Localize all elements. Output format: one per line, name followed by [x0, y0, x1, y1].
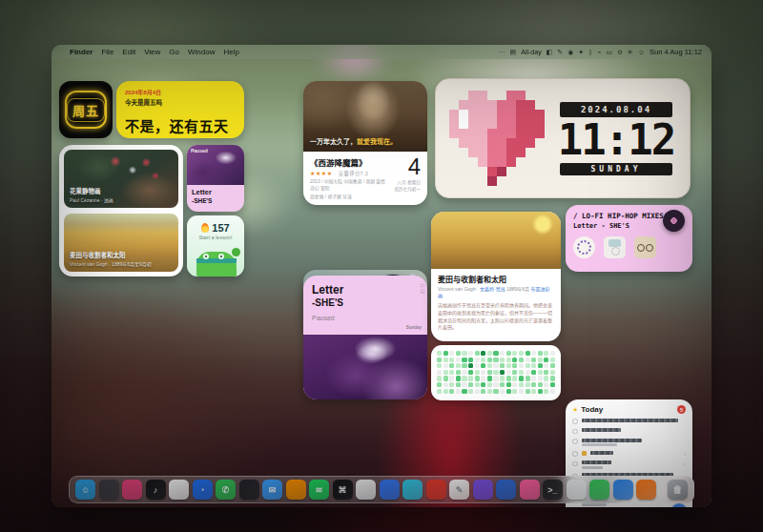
- grid-cell: [500, 382, 505, 387]
- menu-item-window[interactable]: Window: [188, 48, 215, 56]
- todo-checkbox[interactable]: [572, 461, 578, 467]
- menu-extra-more-icon[interactable]: ⋯: [499, 49, 505, 56]
- grid-cell: [506, 382, 511, 387]
- dock-app-icon-15[interactable]: [402, 480, 423, 500]
- movie-meta-2: 周星驰 / 郭子健 导演: [310, 194, 390, 200]
- status-icon-3[interactable]: ✦: [578, 49, 584, 56]
- dock-app-icon-20[interactable]: [520, 480, 540, 500]
- grid-cell: [519, 382, 524, 387]
- status-icon-1[interactable]: ✎: [557, 49, 563, 56]
- trash-icon[interactable]: 🗑: [668, 480, 688, 500]
- widget-friday-question[interactable]: 2024年8月4日 今天是周五吗 不是，还有五天: [116, 81, 244, 138]
- dock-app-icon-23[interactable]: [589, 480, 609, 500]
- status-icon-2[interactable]: ◉: [567, 49, 573, 56]
- dock-app-icon-18[interactable]: [473, 480, 493, 500]
- widget-friday-neon-sign[interactable]: 周五: [59, 81, 113, 138]
- status-icon-0[interactable]: ◧: [546, 49, 553, 56]
- grid-cell: [487, 370, 492, 375]
- artwork-subtitle-text: 1889年6月: [505, 286, 531, 292]
- status-icon-6[interactable]: ▭: [607, 49, 613, 56]
- widget-habit-grid[interactable]: [431, 345, 561, 400]
- dock-app-icon-6[interactable]: ◔: [193, 480, 213, 500]
- dock-app-icon-22[interactable]: [567, 480, 587, 500]
- frog-mascot: [196, 252, 237, 276]
- dock-app-icon-25[interactable]: [636, 480, 656, 500]
- todo-item[interactable]: ›: [572, 451, 686, 457]
- dock-app-icon-3[interactable]: [122, 480, 142, 500]
- widget-lofi-mixes[interactable]: / LO-FI HIP-HOP MIXES Letter - SHE'S: [566, 205, 692, 272]
- status-icon-4[interactable]: ᛒ: [588, 49, 592, 56]
- dock-app-icon-5[interactable]: [169, 480, 189, 500]
- todo-checkbox[interactable]: [572, 439, 578, 444]
- grid-cell: [475, 370, 480, 375]
- dock-app-icon-9[interactable]: ✉: [262, 480, 282, 500]
- status-icon-8[interactable]: ✳: [628, 49, 633, 56]
- dock-app-icon-19[interactable]: [496, 480, 516, 500]
- widget-streak[interactable]: 157 Start a lesson!: [187, 215, 244, 276]
- dock-app-icon-11[interactable]: ≋: [309, 480, 329, 500]
- dock-app-icon-10[interactable]: [286, 480, 306, 500]
- todo-checkbox[interactable]: [572, 451, 578, 457]
- grid-cell: [512, 376, 517, 380]
- menu-clock[interactable]: Sun 4 Aug 11:12: [650, 48, 702, 56]
- grid-cell: [449, 389, 454, 394]
- grid-cell: [531, 382, 536, 387]
- status-icon-5[interactable]: ⌁: [597, 49, 601, 56]
- dock-app-icon-14[interactable]: [380, 480, 400, 500]
- dock-app-icon-7[interactable]: ✆: [216, 480, 236, 500]
- menu-app-name[interactable]: Finder: [70, 48, 93, 56]
- artwork-link[interactable]: 文森特·梵高: [480, 286, 505, 292]
- todo-checkbox[interactable]: [572, 419, 578, 424]
- dock-app-icon-12[interactable]: ⌘: [333, 480, 353, 500]
- music-player-icon[interactable]: [604, 236, 626, 258]
- menu-allday-label[interactable]: All-day: [521, 49, 541, 55]
- dock-app-icon-4[interactable]: ♪: [146, 480, 166, 500]
- grid-cell: [456, 351, 461, 356]
- todo-item[interactable]: [572, 419, 686, 424]
- todo-item[interactable]: ›: [572, 460, 686, 469]
- artwork-vangogh[interactable]: 麦田与收割者和太阳 Vincent van Gogh · 1889年6月至9月初: [64, 214, 178, 272]
- grid-cell: [493, 382, 498, 387]
- dock-app-icon-1[interactable]: ☺: [75, 480, 95, 500]
- widget-art-gallery[interactable]: 花果静物画 Paul Cézanne · 油画 麦田与收割者和太阳 Vincen…: [59, 145, 183, 276]
- todo-item[interactable]: [572, 439, 686, 447]
- menu-item-view[interactable]: View: [144, 48, 160, 56]
- widget-movie[interactable]: 一万年太久了，就爱我现在。 《西游降魔篇》 ★★★★ · 豆瓣评分7.2 201…: [303, 81, 427, 205]
- vinyl-icon[interactable]: [663, 210, 685, 232]
- menu-item-help[interactable]: Help: [223, 48, 238, 56]
- status-icon-7[interactable]: ⊖: [617, 49, 623, 56]
- widget-pixel-clock[interactable]: 2024.08.04 11:12 SUNDAY: [435, 78, 691, 198]
- dock-app-icon-13[interactable]: [356, 480, 376, 500]
- neon-text: 周五: [72, 104, 99, 118]
- status-icon-9[interactable]: ☺: [638, 49, 645, 56]
- menu-item-go[interactable]: Go: [169, 48, 179, 56]
- menu-item-edit[interactable]: Edit: [122, 48, 135, 56]
- dock-app-icon-17[interactable]: ✎: [449, 480, 469, 500]
- artwork-cezanne[interactable]: 花果静物画 Paul Cézanne · 油画: [64, 150, 178, 208]
- grid-cell: [493, 389, 498, 394]
- cassette-tape-icon[interactable]: [634, 236, 656, 258]
- dock-app-icon-16[interactable]: [426, 480, 446, 500]
- todo-checkbox[interactable]: [572, 429, 578, 435]
- widget-music-small[interactable]: Paused Letter -SHE'S: [187, 145, 244, 212]
- dock-app-icon-2[interactable]: [99, 480, 119, 500]
- dock-app-icon-21[interactable]: >_: [543, 480, 563, 500]
- grid-cell: [493, 363, 498, 368]
- grid-cell: [493, 358, 498, 362]
- grid-cell: [437, 363, 442, 368]
- todo-item[interactable]: [572, 428, 686, 434]
- widget-music-large[interactable]: Letter -SHE'S Paused 11:12 Sunday: [303, 276, 427, 399]
- today-star-icon: ★: [572, 406, 578, 414]
- widget-artwork-detail[interactable]: 麦田与收割者和太阳 Vincent van Gogh · 文森特·梵高 1889…: [431, 212, 561, 341]
- movie-still: 一万年太久了，就爱我现在。: [303, 81, 427, 152]
- grid-cell: [443, 351, 448, 356]
- dock-app-icon-8[interactable]: [239, 480, 259, 500]
- dock-app-icon-24[interactable]: [613, 480, 633, 500]
- today-title: Today: [581, 405, 674, 414]
- grid-cell: [449, 370, 454, 375]
- menu-extra-app-icon[interactable]: ▤: [510, 49, 517, 56]
- grid-cell: [506, 351, 511, 356]
- menu-item-file[interactable]: File: [101, 48, 113, 56]
- cd-doodle-icon[interactable]: [573, 236, 595, 258]
- grid-cell: [506, 376, 511, 380]
